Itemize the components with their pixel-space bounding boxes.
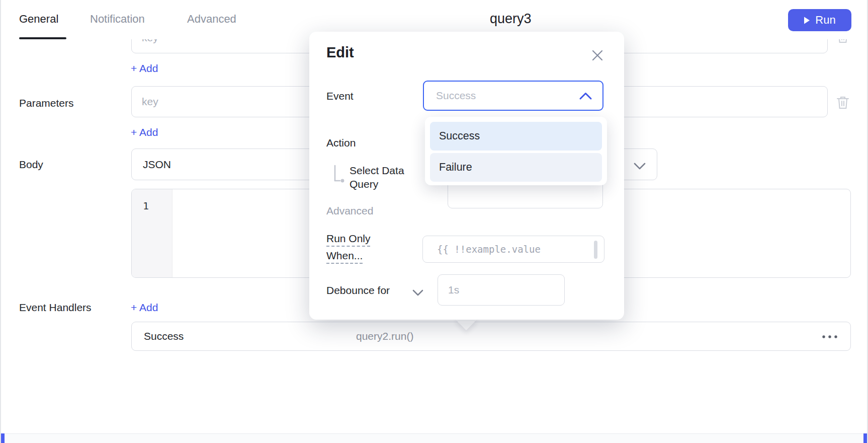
more-menu-icon[interactable] [821, 334, 839, 339]
body-label: Body [19, 159, 43, 171]
tab-notification[interactable]: Notification [90, 13, 145, 26]
event-options-dropdown: Success Failure [425, 117, 607, 185]
close-icon[interactable] [590, 48, 605, 63]
event-handler-row[interactable]: Success query2.run() [131, 322, 851, 351]
add-event-handler-link[interactable]: + Add [131, 302, 158, 314]
modal-title: Edit [326, 44, 354, 61]
action-label: Action [326, 137, 356, 149]
add-header-link[interactable]: + Add [131, 62, 158, 75]
debounce-chevron-down-icon[interactable] [411, 286, 424, 299]
event-handler-action: query2.run() [356, 330, 413, 342]
body-type-value: JSON [143, 159, 171, 171]
event-label: Event [326, 90, 354, 102]
debounce-duration-input[interactable] [438, 274, 565, 306]
editor-line-number: 1 [143, 200, 149, 212]
delete-parameter-row-icon[interactable] [836, 95, 850, 110]
run-button-label: Run [815, 14, 835, 27]
tree-branch-icon [331, 165, 346, 185]
query-title: query3 [490, 11, 532, 27]
chevron-up-icon [579, 92, 592, 101]
parameters-label: Parameters [19, 97, 74, 109]
query-editor-screen: + Add Parameters + Add Body JSON 1 Event… [0, 0, 868, 443]
option-success[interactable]: Success [430, 122, 602, 151]
run-only-when-input[interactable] [422, 236, 604, 263]
active-tab-underline [19, 37, 66, 39]
event-select-placeholder: Success [436, 90, 476, 102]
widget-corner-left [1, 433, 5, 443]
tab-advanced[interactable]: Advanced [187, 13, 236, 26]
event-handlers-label: Event Handlers [19, 302, 92, 314]
widget-corner-right [863, 433, 867, 443]
input-scrollbar [594, 241, 597, 259]
run-only-when-label: Run Only When... [326, 230, 383, 264]
add-parameter-link[interactable]: + Add [131, 126, 158, 138]
canvas-strip [1, 433, 867, 443]
run-button[interactable]: Run [788, 9, 851, 31]
editor-gutter: 1 [132, 189, 172, 277]
advanced-section-label: Advanced [326, 205, 373, 217]
event-select[interactable]: Success [423, 81, 603, 111]
debounce-label: Debounce for [326, 284, 390, 297]
play-icon [804, 17, 810, 24]
event-handler-event: Success [144, 330, 184, 342]
tab-general[interactable]: General [19, 13, 58, 26]
chevron-down-icon [633, 159, 646, 172]
select-data-query-label: Select Data Query [350, 164, 429, 191]
option-failure[interactable]: Failure [430, 153, 602, 182]
